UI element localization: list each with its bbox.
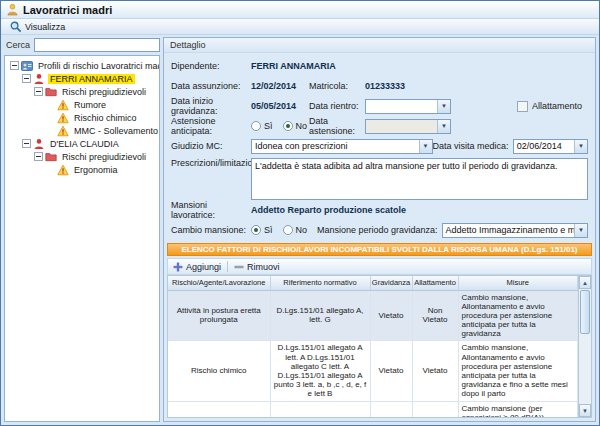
cell-misure: Cambio mansione, Allontanamento e avvio … — [458, 341, 578, 401]
column-header[interactable]: Rischio/Agente/Lavorazione — [168, 276, 270, 290]
row-mansioni: Mansioni lavoratrice: Addetto Reparto pr… — [169, 200, 590, 220]
giudizio-combo[interactable]: Idonea con prescrizioni ▼ — [251, 139, 433, 154]
person-icon — [33, 73, 45, 85]
data-visita-combo[interactable]: 02/06/2014 ▼ — [513, 139, 588, 154]
tree-node[interactable]: Rischio chimico — [6, 111, 159, 124]
tree-node-label: FERRI ANNAMARIA — [48, 74, 135, 84]
risk-row[interactable]: Attività in postura eretta prolungataD.L… — [168, 290, 578, 341]
magnifier-icon — [9, 20, 22, 33]
cambio-si-label: Sì — [264, 225, 273, 235]
cambio-no-radio[interactable] — [283, 225, 293, 235]
column-header[interactable]: Allattamento — [412, 276, 458, 290]
prescrizioni-label: Prescrizioni/limitazioni: — [171, 158, 251, 168]
minus-icon — [234, 262, 244, 272]
rimuovi-label: Rimuovi — [247, 262, 280, 272]
row-assunzione: Data assunzione: 12/02/2014 Matricola: 0… — [169, 76, 590, 96]
dipendente-value: FERRI ANNAMARIA — [251, 61, 336, 71]
prescrizioni-textarea[interactable]: L'addetta è stata adibita ad altra mansi… — [251, 158, 588, 200]
column-header[interactable]: Gravidanza — [370, 276, 412, 290]
cell-gravidanza: Vietato — [370, 290, 412, 341]
chevron-down-icon: ▼ — [437, 120, 450, 133]
allattamento-checkbox[interactable] — [517, 101, 528, 112]
chevron-down-icon[interactable]: ▼ — [574, 224, 587, 237]
cell-rischio: Rischio rumore — [168, 401, 270, 417]
mansione-periodo-label: Mansione periodo gravidanza: — [317, 225, 438, 235]
risk-row[interactable]: Rischio rumoreD.Lgs.151/01 allegato C le… — [168, 401, 578, 417]
data-astensione-field[interactable]: ▼ — [365, 119, 451, 134]
tree-node[interactable]: D'ELIA CLAUDIA — [6, 137, 159, 150]
astensione-si-label: Sì — [264, 121, 273, 131]
cell-riferimento: D.Lgs.151/01 allegato A, lett. G — [270, 290, 370, 341]
detail-form: Dipendente: FERRI ANNAMARIA Data assunzi… — [164, 53, 595, 241]
search-label: Cerca — [4, 40, 30, 50]
row-gravidanza: Data inizio gravidanza: 05/05/2014 Data … — [169, 96, 590, 116]
risk-table: Rischio/Agente/LavorazioneRiferimento no… — [168, 276, 578, 417]
collapse-icon[interactable] — [10, 61, 19, 70]
main-area: Cerca Profili di rischio Lavoratrici mad… — [1, 35, 599, 425]
astensione-si-radio[interactable] — [251, 121, 261, 131]
column-header[interactable]: Riferimento normativo — [270, 276, 370, 290]
rimuovi-button[interactable]: Rimuovi — [234, 262, 280, 272]
data-rientro-combo[interactable]: ▼ — [365, 99, 451, 114]
risk-table-header-row: Rischio/Agente/LavorazioneRiferimento no… — [168, 276, 578, 290]
mansioni-label: Mansioni lavoratrice: — [171, 200, 251, 220]
tree-node[interactable]: Rischi pregiudizievoli — [6, 85, 159, 98]
tree-node-label: Rumore — [72, 100, 108, 110]
risk-list-banner: ELENCO FATTORI DI RISCHIO/LAVORI INCOMPA… — [167, 243, 592, 256]
left-panel: Cerca Profili di rischio Lavoratrici mad… — [4, 37, 160, 422]
tree-node[interactable]: MMC - Sollevamento e trasporto — [6, 124, 159, 137]
scrollbar-thumb[interactable] — [580, 290, 590, 334]
scroll-up-arrow-icon[interactable]: ▲ — [579, 276, 591, 289]
data-assunzione-value: 12/02/2014 — [251, 81, 309, 91]
tree-node[interactable]: Ergonomia — [6, 163, 159, 176]
dipendente-label: Dipendente: — [171, 61, 251, 71]
row-prescrizioni: Prescrizioni/limitazioni: L'addetta è st… — [169, 156, 590, 200]
chevron-down-icon[interactable]: ▼ — [437, 100, 450, 113]
astensione-no-label: No — [296, 121, 308, 131]
warning-icon — [57, 125, 69, 137]
tree-node[interactable]: Profili di rischio Lavoratrici madri — [6, 59, 159, 72]
data-astensione-label: Data astensione: — [309, 116, 365, 136]
data-inizio-label: Data inizio gravidanza: — [171, 96, 251, 116]
table-scrollbar[interactable]: ▲ ▼ — [578, 276, 591, 417]
page-title: Lavoratrici madri — [23, 4, 112, 16]
collapse-icon[interactable] — [34, 152, 43, 161]
risk-row[interactable]: Rischio chimicoD.Lgs.151/01 allegato A l… — [168, 341, 578, 401]
tree-node[interactable]: Rumore — [6, 98, 159, 111]
mansioni-value: Addetto Reparto produzione scatole — [251, 205, 406, 215]
astensione-no-radio[interactable] — [283, 121, 293, 131]
cambio-label: Cambio mansione: — [171, 225, 251, 235]
risk-table-toolbar: Aggiungi Rimuovi — [167, 258, 592, 275]
main-toolbar: Visualizza — [1, 19, 599, 35]
collapse-icon[interactable] — [22, 74, 31, 83]
search-row: Cerca — [4, 37, 160, 53]
title-bar: Lavoratrici madri — [1, 1, 599, 19]
cambio-si-radio[interactable] — [251, 225, 261, 235]
tree-node-label: MMC - Sollevamento e trasporto — [72, 126, 160, 136]
column-header[interactable]: Misure — [458, 276, 578, 290]
tree-node-label: Rischio chimico — [72, 113, 139, 123]
tree-node[interactable]: FERRI ANNAMARIA — [6, 72, 159, 85]
app-window: Lavoratrici madri Visualizza Cerca Profi… — [0, 0, 600, 426]
scroll-down-arrow-icon[interactable]: ▼ — [579, 404, 591, 417]
row-cambio-mansione: Cambio mansione: Sì No Mansione periodo … — [169, 220, 590, 240]
collapse-icon[interactable] — [22, 139, 31, 148]
tree-node[interactable]: Rischi pregiudizievoli — [6, 150, 159, 163]
cell-riferimento: D.Lgs.151/01 allegato C lett.A,1,c D.Lgs… — [270, 401, 370, 417]
tree-node-label: D'ELIA CLAUDIA — [48, 139, 121, 149]
risk-grid: Rischio/Agente/LavorazioneRiferimento no… — [168, 276, 578, 417]
search-input[interactable] — [34, 38, 160, 52]
mansione-periodo-combo[interactable]: Addetto Immagazzinamento e movimentazion… — [442, 223, 588, 238]
matricola-label: Matricola: — [309, 81, 365, 91]
visualizza-button[interactable]: Visualizza — [6, 20, 68, 33]
warning-icon — [57, 99, 69, 111]
cell-allattamento: Non Vietato — [412, 290, 458, 341]
tree-node-label: Rischi pregiudizievoli — [60, 87, 148, 97]
chevron-down-icon[interactable]: ▼ — [419, 140, 432, 153]
scrollbar-track[interactable] — [579, 335, 591, 404]
aggiungi-button[interactable]: Aggiungi — [173, 262, 221, 272]
detail-header: Dettaglio — [164, 38, 595, 53]
collapse-icon[interactable] — [34, 87, 43, 96]
risk-profiles-tree[interactable]: Profili di rischio Lavoratrici madriFERR… — [4, 55, 160, 422]
chevron-down-icon[interactable]: ▼ — [574, 140, 587, 153]
